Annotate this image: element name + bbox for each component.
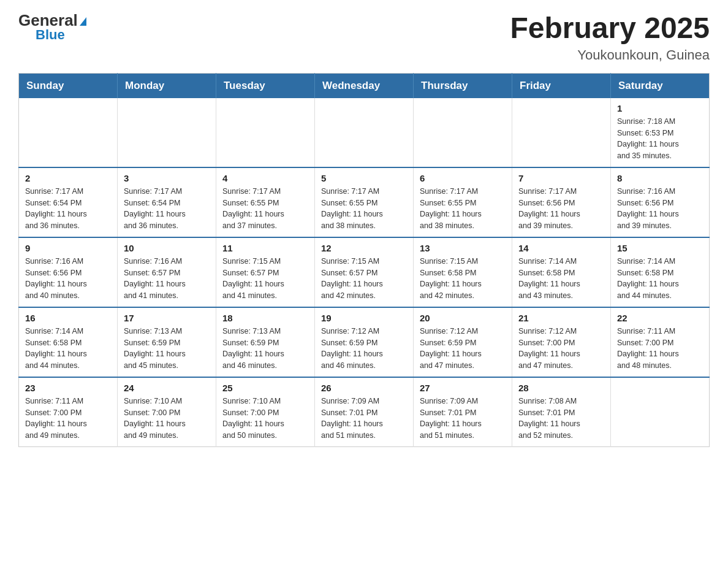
day-of-week-header: Saturday [611,73,710,98]
day-info: Sunrise: 7:17 AMSunset: 6:55 PMDaylight:… [222,186,308,232]
day-number: 20 [420,313,506,323]
calendar-cell: 12Sunrise: 7:15 AMSunset: 6:57 PMDayligh… [315,237,414,307]
days-of-week-row: SundayMondayTuesdayWednesdayThursdayFrid… [19,73,710,98]
day-number: 5 [321,173,407,183]
day-number: 28 [518,383,604,393]
day-number: 10 [124,243,210,253]
day-info: Sunrise: 7:11 AMSunset: 7:00 PMDaylight:… [25,396,111,442]
day-info: Sunrise: 7:15 AMSunset: 6:57 PMDaylight:… [321,256,407,302]
calendar-cell: 14Sunrise: 7:14 AMSunset: 6:58 PMDayligh… [512,237,611,307]
day-info: Sunrise: 7:17 AMSunset: 6:56 PMDaylight:… [518,186,604,232]
day-number: 21 [518,313,604,323]
calendar-cell: 26Sunrise: 7:09 AMSunset: 7:01 PMDayligh… [315,377,414,447]
logo: General Blue [18,12,86,42]
calendar-cell: 8Sunrise: 7:16 AMSunset: 6:56 PMDaylight… [611,167,710,237]
calendar-cell: 20Sunrise: 7:12 AMSunset: 6:59 PMDayligh… [414,307,512,377]
day-info: Sunrise: 7:09 AMSunset: 7:01 PMDaylight:… [420,396,506,442]
day-info: Sunrise: 7:08 AMSunset: 7:01 PMDaylight:… [518,396,604,442]
calendar-cell: 15Sunrise: 7:14 AMSunset: 6:58 PMDayligh… [611,237,710,307]
day-number: 7 [518,173,604,183]
calendar-cell: 28Sunrise: 7:08 AMSunset: 7:01 PMDayligh… [512,377,611,447]
calendar-cell: 1Sunrise: 7:18 AMSunset: 6:53 PMDaylight… [611,98,710,167]
day-of-week-header: Friday [512,73,611,98]
day-info: Sunrise: 7:12 AMSunset: 7:00 PMDaylight:… [518,326,604,372]
day-number: 6 [420,173,506,183]
day-of-week-header: Wednesday [315,73,414,98]
logo-blue-text: Blue [36,28,65,42]
calendar-cell: 6Sunrise: 7:17 AMSunset: 6:55 PMDaylight… [414,167,512,237]
day-of-week-header: Thursday [414,73,512,98]
calendar-week-row: 23Sunrise: 7:11 AMSunset: 7:00 PMDayligh… [19,377,710,447]
day-info: Sunrise: 7:18 AMSunset: 6:53 PMDaylight:… [617,116,703,162]
calendar-cell: 10Sunrise: 7:16 AMSunset: 6:57 PMDayligh… [118,237,216,307]
calendar-cell [118,98,216,167]
day-info: Sunrise: 7:16 AMSunset: 6:57 PMDaylight:… [124,256,210,302]
day-number: 12 [321,243,407,253]
day-number: 14 [518,243,604,253]
day-info: Sunrise: 7:10 AMSunset: 7:00 PMDaylight:… [124,396,210,442]
calendar-cell [19,98,118,167]
logo-general-text: General [18,12,78,28]
calendar-cell: 24Sunrise: 7:10 AMSunset: 7:00 PMDayligh… [118,377,216,447]
calendar-cell: 18Sunrise: 7:13 AMSunset: 6:59 PMDayligh… [216,307,315,377]
calendar-week-row: 16Sunrise: 7:14 AMSunset: 6:58 PMDayligh… [19,307,710,377]
day-info: Sunrise: 7:13 AMSunset: 6:59 PMDaylight:… [222,326,308,372]
calendar-week-row: 2Sunrise: 7:17 AMSunset: 6:54 PMDaylight… [19,167,710,237]
day-number: 11 [222,243,308,253]
calendar-cell [611,377,710,447]
page-subtitle: Youkounkoun, Guinea [510,47,710,63]
logo-triangle-icon [80,17,86,26]
calendar-cell: 16Sunrise: 7:14 AMSunset: 6:58 PMDayligh… [19,307,118,377]
day-number: 9 [25,243,111,253]
day-number: 13 [420,243,506,253]
day-info: Sunrise: 7:12 AMSunset: 6:59 PMDaylight:… [321,326,407,372]
page-title: February 2025 [510,12,710,45]
day-info: Sunrise: 7:16 AMSunset: 6:56 PMDaylight:… [617,186,703,232]
day-info: Sunrise: 7:17 AMSunset: 6:54 PMDaylight:… [25,186,111,232]
calendar-cell: 5Sunrise: 7:17 AMSunset: 6:55 PMDaylight… [315,167,414,237]
calendar-week-row: 1Sunrise: 7:18 AMSunset: 6:53 PMDaylight… [19,98,710,167]
calendar-cell: 19Sunrise: 7:12 AMSunset: 6:59 PMDayligh… [315,307,414,377]
calendar-cell: 27Sunrise: 7:09 AMSunset: 7:01 PMDayligh… [414,377,512,447]
day-info: Sunrise: 7:17 AMSunset: 6:55 PMDaylight:… [321,186,407,232]
calendar-header: SundayMondayTuesdayWednesdayThursdayFrid… [19,73,710,98]
day-info: Sunrise: 7:16 AMSunset: 6:56 PMDaylight:… [25,256,111,302]
calendar-cell: 7Sunrise: 7:17 AMSunset: 6:56 PMDaylight… [512,167,611,237]
day-number: 2 [25,173,111,183]
day-of-week-header: Monday [118,73,216,98]
day-info: Sunrise: 7:11 AMSunset: 7:00 PMDaylight:… [617,326,703,372]
day-number: 24 [124,383,210,393]
calendar-cell: 25Sunrise: 7:10 AMSunset: 7:00 PMDayligh… [216,377,315,447]
calendar-cell [216,98,315,167]
calendar-cell: 21Sunrise: 7:12 AMSunset: 7:00 PMDayligh… [512,307,611,377]
calendar-cell: 3Sunrise: 7:17 AMSunset: 6:54 PMDaylight… [118,167,216,237]
day-number: 22 [617,313,703,323]
calendar-cell: 13Sunrise: 7:15 AMSunset: 6:58 PMDayligh… [414,237,512,307]
day-number: 19 [321,313,407,323]
day-info: Sunrise: 7:12 AMSunset: 6:59 PMDaylight:… [420,326,506,372]
calendar-cell: 11Sunrise: 7:15 AMSunset: 6:57 PMDayligh… [216,237,315,307]
day-number: 3 [124,173,210,183]
calendar-cell [512,98,611,167]
day-number: 1 [617,103,703,113]
day-info: Sunrise: 7:14 AMSunset: 6:58 PMDaylight:… [25,326,111,372]
day-info: Sunrise: 7:15 AMSunset: 6:57 PMDaylight:… [222,256,308,302]
day-of-week-header: Sunday [19,73,118,98]
day-number: 25 [222,383,308,393]
day-number: 16 [25,313,111,323]
title-block: February 2025 Youkounkoun, Guinea [510,12,710,63]
day-number: 26 [321,383,407,393]
day-info: Sunrise: 7:14 AMSunset: 6:58 PMDaylight:… [617,256,703,302]
day-number: 17 [124,313,210,323]
page-header: General Blue February 2025 Youkounkoun, … [18,12,710,63]
day-info: Sunrise: 7:14 AMSunset: 6:58 PMDaylight:… [518,256,604,302]
day-number: 15 [617,243,703,253]
day-number: 8 [617,173,703,183]
day-number: 4 [222,173,308,183]
calendar-cell [414,98,512,167]
day-info: Sunrise: 7:15 AMSunset: 6:58 PMDaylight:… [420,256,506,302]
calendar-cell: 9Sunrise: 7:16 AMSunset: 6:56 PMDaylight… [19,237,118,307]
calendar-body: 1Sunrise: 7:18 AMSunset: 6:53 PMDaylight… [19,98,710,447]
day-number: 23 [25,383,111,393]
day-number: 27 [420,383,506,393]
